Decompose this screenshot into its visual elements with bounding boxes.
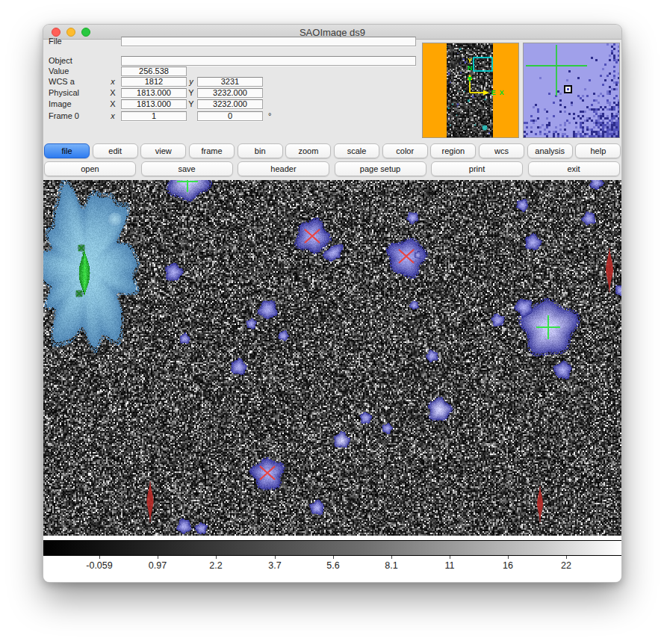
axis-label: Y <box>186 88 196 98</box>
value-field[interactable]: 3232.000 <box>197 88 263 98</box>
info-label: File <box>49 37 62 46</box>
colorbar-tick-label: -0.059 <box>86 560 112 571</box>
action-button-page-setup[interactable]: page setup <box>335 161 426 176</box>
colorbar-tick-label: 8.1 <box>385 560 397 571</box>
info-label: Physical <box>49 88 79 98</box>
colorbar-section: -0.0590.972.23.75.68.1111622 <box>43 536 622 583</box>
action-button-print[interactable]: print <box>431 161 523 176</box>
menu-button-zoom[interactable]: zoom <box>285 143 331 158</box>
axis-label: x <box>108 77 118 87</box>
value-field[interactable]: 3232.000 <box>197 99 263 109</box>
info-label: Frame 0 <box>49 111 79 121</box>
degree-suffix: ° <box>268 111 271 121</box>
menu-button-region[interactable]: region <box>430 143 476 158</box>
axis-label: x <box>108 111 118 121</box>
value-field[interactable] <box>121 37 416 46</box>
colorbar-tick <box>333 556 334 559</box>
info-label: WCS a <box>49 77 75 87</box>
menu-button-edit[interactable]: edit <box>93 143 138 158</box>
axis-label: X <box>108 99 118 109</box>
axis-label: y <box>186 77 196 87</box>
colorbar-tick <box>450 556 450 559</box>
value-field[interactable]: 0 <box>197 111 263 121</box>
panner-canvas[interactable] <box>423 43 518 137</box>
action-button-exit[interactable]: exit <box>528 161 620 176</box>
colorbar-tick <box>508 556 509 559</box>
value-field[interactable]: 1812 <box>121 77 187 87</box>
colorbar-tick-label: 0.97 <box>149 560 167 571</box>
menu-button-file[interactable]: file <box>44 143 90 158</box>
ds9-window: SAOImage ds9 FileObjectValue256.538WCS a… <box>43 24 622 583</box>
menu-button-help[interactable]: help <box>575 143 621 158</box>
colorbar-tick <box>158 556 158 559</box>
colorbar-tick <box>275 556 276 559</box>
file-action-row: opensaveheaderpage setupprintexit <box>43 161 622 178</box>
value-field[interactable]: 3231 <box>197 77 263 87</box>
panner-panel[interactable] <box>422 43 519 138</box>
fits-image-canvas[interactable] <box>43 180 622 536</box>
desktop: SAOImage ds9 FileObjectValue256.538WCS a… <box>0 0 664 644</box>
value-field[interactable] <box>121 56 416 66</box>
colorbar-tick-label: 5.6 <box>326 560 339 571</box>
info-label: Object <box>49 56 72 66</box>
action-button-save[interactable]: save <box>141 161 233 176</box>
menu-button-analysis[interactable]: analysis <box>527 143 573 158</box>
colorbar-tick-label: 22 <box>561 560 571 571</box>
value-field[interactable]: 1813.000 <box>121 88 187 98</box>
colorbar-tick <box>216 556 217 559</box>
value-field[interactable]: 1 <box>121 111 187 121</box>
menu-button-frame[interactable]: frame <box>189 143 235 158</box>
colorbar-tick-label: 3.7 <box>268 560 281 571</box>
info-label: Image <box>49 99 72 109</box>
colorbar-tick-label: 16 <box>503 560 513 571</box>
value-field[interactable]: 256.538 <box>121 66 187 76</box>
action-button-header[interactable]: header <box>238 161 329 176</box>
colorbar-tick-label: 11 <box>445 560 455 571</box>
colorbar-tick <box>391 556 392 559</box>
action-button-open[interactable]: open <box>44 161 136 176</box>
value-field[interactable]: 1813.000 <box>121 99 187 109</box>
colorbar-tick-label: 2.2 <box>209 560 222 571</box>
info-label: Value <box>49 66 69 76</box>
axis-label: Y <box>186 99 196 109</box>
menu-button-row: fileeditviewframebinzoomscalecolorregion… <box>43 143 622 160</box>
menu-button-color[interactable]: color <box>382 143 428 158</box>
magnifier-canvas[interactable] <box>524 43 619 137</box>
menu-button-view[interactable]: view <box>140 143 186 158</box>
axis-label: X <box>108 88 118 98</box>
menu-button-wcs[interactable]: wcs <box>479 143 524 158</box>
magnifier-panel[interactable] <box>523 43 620 138</box>
menu-button-bin[interactable]: bin <box>238 143 283 158</box>
colorbar-tick <box>566 556 567 559</box>
image-display-area[interactable] <box>43 180 622 536</box>
colorbar-gradient[interactable] <box>43 540 622 556</box>
colorbar-tick <box>99 556 100 559</box>
menu-button-scale[interactable]: scale <box>334 143 379 158</box>
